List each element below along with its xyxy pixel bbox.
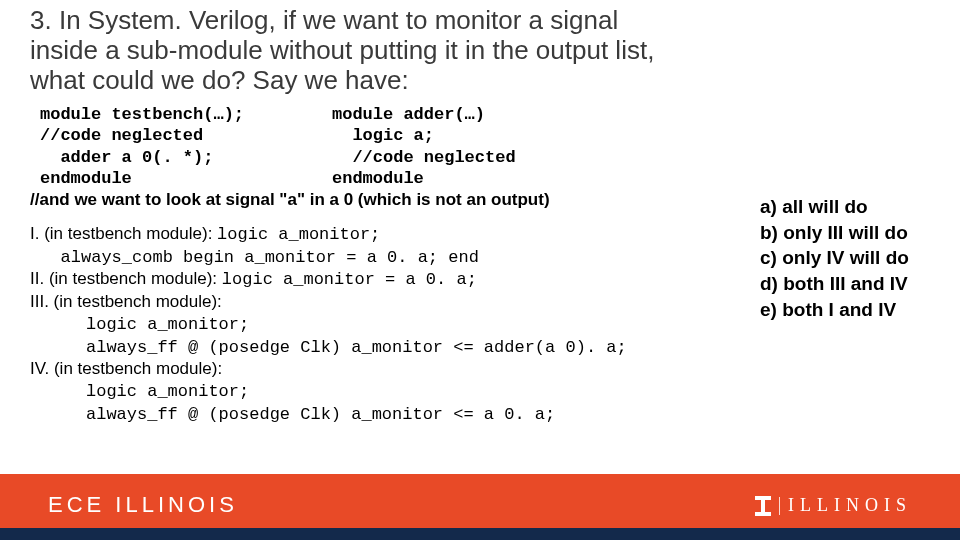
answer-d: d) both III and IV <box>760 271 909 297</box>
illinois-text: ILLINOIS <box>788 495 912 516</box>
option-iv-label: IV. (in testbench module): <box>30 359 222 378</box>
option-iv-code2: always_ff @ (posedge Clk) a_monitor <= a… <box>86 405 555 424</box>
option-iv: IV. (in testbench module): <box>30 359 690 380</box>
answer-b: b) only III will do <box>760 220 909 246</box>
option-i-line2: always_comb begin a_monitor = a 0. a; en… <box>30 247 690 269</box>
answer-c: c) only IV will do <box>760 245 909 271</box>
ece-logo-text: ECE ILLINOIS <box>48 492 238 518</box>
answer-choices: a) all will do b) only III will do c) on… <box>760 194 909 322</box>
option-iii: III. (in testbench module): <box>30 292 690 313</box>
option-iv-line1: logic a_monitor; <box>30 381 690 403</box>
slide: 3. In System. Verilog, if we want to mon… <box>0 0 960 540</box>
option-iv-code1: logic a_monitor; <box>86 382 249 401</box>
footer-bar-dark <box>0 528 960 540</box>
option-ii: II. (in testbench module): logic a_monit… <box>30 269 690 291</box>
option-iii-line2: always_ff @ (posedge Clk) a_monitor <= a… <box>30 337 690 359</box>
block-i-icon <box>755 496 771 516</box>
options-list: I. (in testbench module): logic a_monito… <box>30 224 690 427</box>
option-iii-code1: logic a_monitor; <box>86 315 249 334</box>
option-ii-label: II. (in testbench module): <box>30 269 222 288</box>
code-left: module testbench(…); //code neglected ad… <box>40 104 244 189</box>
answer-a: a) all will do <box>760 194 909 220</box>
option-iii-line1: logic a_monitor; <box>30 314 690 336</box>
option-i-code2 <box>30 248 61 267</box>
want-line: //and we want to look at signal "a" in a… <box>30 190 550 210</box>
option-iii-code2: always_ff @ (posedge Clk) a_monitor <= a… <box>86 338 627 357</box>
footer: ECE ILLINOIS ILLINOIS <box>0 474 960 540</box>
option-i-code2-text: always_comb begin a_monitor = a 0. a; en… <box>61 248 479 267</box>
illinois-logo: ILLINOIS <box>755 495 912 516</box>
question-text: 3. In System. Verilog, if we want to mon… <box>30 6 670 96</box>
option-i-code1: logic a_monitor; <box>217 225 380 244</box>
option-iii-label: III. (in testbench module): <box>30 292 222 311</box>
code-right: module adder(…) logic a; //code neglecte… <box>332 104 516 189</box>
option-i-label: I. (in testbench module): <box>30 224 217 243</box>
option-i: I. (in testbench module): logic a_monito… <box>30 224 690 246</box>
answer-e: e) both I and IV <box>760 297 909 323</box>
option-ii-code: logic a_monitor = a 0. a; <box>222 270 477 289</box>
logo-divider <box>779 497 780 515</box>
option-iv-line2: always_ff @ (posedge Clk) a_monitor <= a… <box>30 404 690 426</box>
